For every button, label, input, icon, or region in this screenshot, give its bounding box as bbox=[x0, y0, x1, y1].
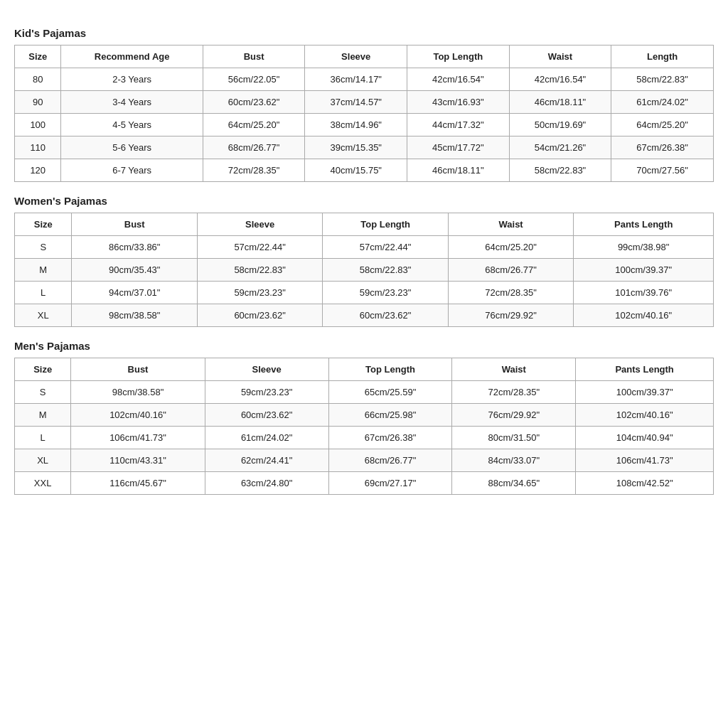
table-cell: S bbox=[15, 381, 71, 404]
table-cell: 120 bbox=[15, 159, 61, 182]
men-section: Men's Pajamas SizeBustSleeveTop LengthWa… bbox=[14, 340, 714, 495]
column-header: Size bbox=[15, 46, 61, 68]
table-cell: M bbox=[15, 404, 71, 427]
table-cell: 66cm/25.98" bbox=[328, 404, 452, 427]
table-cell: 58cm/22.83" bbox=[611, 68, 714, 91]
column-header: Sleeve bbox=[205, 358, 328, 381]
table-cell: 2-3 Years bbox=[61, 68, 203, 91]
table-cell: 68cm/26.77" bbox=[203, 136, 305, 159]
table-cell: 90cm/35.43" bbox=[72, 259, 197, 282]
table-cell: 116cm/45.67" bbox=[71, 472, 205, 495]
column-header: Bust bbox=[72, 213, 197, 236]
table-cell: 94cm/37.01" bbox=[72, 282, 197, 304]
table-cell: 58cm/22.83" bbox=[509, 159, 611, 182]
column-header: Top Length bbox=[407, 46, 510, 68]
table-cell: 98cm/38.58" bbox=[72, 304, 197, 327]
table-cell: 46cm/18.11" bbox=[407, 159, 510, 182]
table-cell: XL bbox=[15, 449, 71, 472]
women-header-row: SizeBustSleeveTop LengthWaistPants Lengt… bbox=[15, 213, 714, 236]
table-cell: 60cm/23.62" bbox=[205, 404, 328, 427]
table-cell: M bbox=[15, 259, 72, 282]
table-cell: 59cm/23.23" bbox=[197, 282, 322, 304]
table-cell: 72cm/28.35" bbox=[203, 159, 305, 182]
table-cell: 101cm/39.76" bbox=[574, 282, 714, 304]
column-header: Bust bbox=[203, 46, 305, 68]
kids-title: Kid's Pajamas bbox=[14, 27, 714, 39]
table-cell: 72cm/28.35" bbox=[448, 282, 573, 304]
table-cell: 69cm/27.17" bbox=[328, 472, 452, 495]
table-cell: 68cm/26.77" bbox=[448, 259, 573, 282]
table-cell: 64cm/25.20" bbox=[448, 236, 573, 259]
table-cell: XL bbox=[15, 304, 72, 327]
table-row: XL98cm/38.58"60cm/23.62"60cm/23.62"76cm/… bbox=[15, 304, 714, 327]
table-cell: 3-4 Years bbox=[61, 91, 203, 114]
table-cell: 46cm/18.11" bbox=[509, 91, 611, 114]
column-header: Sleeve bbox=[197, 213, 322, 236]
table-cell: 4-5 Years bbox=[61, 114, 203, 136]
column-header: Recommend Age bbox=[61, 46, 203, 68]
table-row: XL110cm/43.31"62cm/24.41"68cm/26.77"84cm… bbox=[15, 449, 714, 472]
table-row: L106cm/41.73"61cm/24.02"67cm/26.38"80cm/… bbox=[15, 427, 714, 449]
table-row: S98cm/38.58"59cm/23.23"65cm/25.59"72cm/2… bbox=[15, 381, 714, 404]
table-cell: 67cm/26.38" bbox=[328, 427, 452, 449]
table-cell: 99cm/38.98" bbox=[574, 236, 714, 259]
men-title: Men's Pajamas bbox=[14, 340, 714, 352]
column-header: Bust bbox=[71, 358, 205, 381]
table-cell: 57cm/22.44" bbox=[323, 236, 448, 259]
table-cell: 42cm/16.54" bbox=[407, 68, 510, 91]
table-cell: 45cm/17.72" bbox=[407, 136, 510, 159]
kids-section: Kid's Pajamas SizeRecommend AgeBustSleev… bbox=[14, 27, 714, 182]
table-cell: 63cm/24.80" bbox=[205, 472, 328, 495]
column-header: Top Length bbox=[328, 358, 452, 381]
table-row: 1206-7 Years72cm/28.35"40cm/15.75"46cm/1… bbox=[15, 159, 714, 182]
table-cell: 76cm/29.92" bbox=[452, 404, 576, 427]
table-cell: 100cm/39.37" bbox=[576, 381, 714, 404]
table-cell: 40cm/15.75" bbox=[305, 159, 407, 182]
table-cell: L bbox=[15, 427, 71, 449]
table-cell: 102cm/40.16" bbox=[576, 404, 714, 427]
table-cell: 72cm/28.35" bbox=[452, 381, 576, 404]
column-header: Waist bbox=[509, 46, 611, 68]
table-cell: 5-6 Years bbox=[61, 136, 203, 159]
table-cell: 88cm/34.65" bbox=[452, 472, 576, 495]
women-title: Women's Pajamas bbox=[14, 195, 714, 207]
table-cell: 60cm/23.62" bbox=[323, 304, 448, 327]
table-cell: 39cm/15.35" bbox=[305, 136, 407, 159]
table-cell: 65cm/25.59" bbox=[328, 381, 452, 404]
table-row: M102cm/40.16"60cm/23.62"66cm/25.98"76cm/… bbox=[15, 404, 714, 427]
table-cell: 104cm/40.94" bbox=[576, 427, 714, 449]
column-header: Pants Length bbox=[574, 213, 714, 236]
table-cell: 98cm/38.58" bbox=[71, 381, 205, 404]
table-cell: 80 bbox=[15, 68, 61, 91]
table-cell: 62cm/24.41" bbox=[205, 449, 328, 472]
table-cell: 84cm/33.07" bbox=[452, 449, 576, 472]
column-header: Top Length bbox=[323, 213, 448, 236]
men-header-row: SizeBustSleeveTop LengthWaistPants Lengt… bbox=[15, 358, 714, 381]
table-cell: 37cm/14.57" bbox=[305, 91, 407, 114]
table-cell: 36cm/14.17" bbox=[305, 68, 407, 91]
women-section: Women's Pajamas SizeBustSleeveTop Length… bbox=[14, 195, 714, 327]
table-cell: 43cm/16.93" bbox=[407, 91, 510, 114]
table-cell: 102cm/40.16" bbox=[71, 404, 205, 427]
kids-table: SizeRecommend AgeBustSleeveTop LengthWai… bbox=[14, 45, 714, 182]
column-header: Length bbox=[611, 46, 714, 68]
table-row: M90cm/35.43"58cm/22.83"58cm/22.83"68cm/2… bbox=[15, 259, 714, 282]
table-cell: 68cm/26.77" bbox=[328, 449, 452, 472]
column-header: Size bbox=[15, 358, 71, 381]
table-cell: 54cm/21.26" bbox=[509, 136, 611, 159]
table-cell: 80cm/31.50" bbox=[452, 427, 576, 449]
table-cell: 50cm/19.69" bbox=[509, 114, 611, 136]
table-row: L94cm/37.01"59cm/23.23"59cm/23.23"72cm/2… bbox=[15, 282, 714, 304]
table-cell: 108cm/42.52" bbox=[576, 472, 714, 495]
table-cell: 42cm/16.54" bbox=[509, 68, 611, 91]
table-cell: 61cm/24.02" bbox=[205, 427, 328, 449]
column-header: Size bbox=[15, 213, 72, 236]
table-row: 802-3 Years56cm/22.05"36cm/14.17"42cm/16… bbox=[15, 68, 714, 91]
table-cell: 64cm/25.20" bbox=[203, 114, 305, 136]
table-cell: 60cm/23.62" bbox=[203, 91, 305, 114]
column-header: Waist bbox=[448, 213, 573, 236]
table-cell: 90 bbox=[15, 91, 61, 114]
table-row: 1105-6 Years68cm/26.77"39cm/15.35"45cm/1… bbox=[15, 136, 714, 159]
table-cell: 59cm/23.23" bbox=[323, 282, 448, 304]
table-cell: 110 bbox=[15, 136, 61, 159]
